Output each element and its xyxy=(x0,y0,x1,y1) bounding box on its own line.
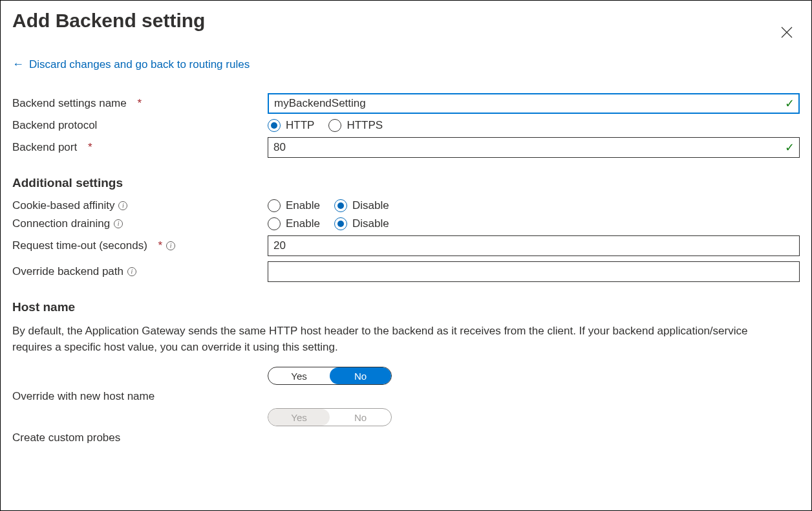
override-backend-path-label: Override backend path i xyxy=(12,265,268,278)
override-backend-path-input[interactable] xyxy=(268,261,800,282)
page-title: Add Backend setting xyxy=(12,10,205,32)
protocol-https-label: HTTPS xyxy=(347,119,383,132)
backend-protocol-label: Backend protocol xyxy=(12,119,268,132)
backend-name-label: Backend settings name * xyxy=(12,97,268,110)
create-custom-probes-label: Create custom probes xyxy=(12,431,268,444)
cookie-enable-label: Enable xyxy=(286,199,320,212)
check-icon: ✓ xyxy=(785,96,795,111)
hostname-override-yes[interactable]: Yes xyxy=(268,367,330,384)
close-button[interactable] xyxy=(774,19,800,45)
request-timeout-label: Request time-out (seconds) * i xyxy=(12,239,268,252)
override-new-host-no: No xyxy=(330,409,391,426)
info-icon[interactable]: i xyxy=(114,219,123,228)
protocol-http-label: HTTP xyxy=(286,119,314,132)
additional-settings-heading: Additional settings xyxy=(12,176,800,190)
override-new-host-toggle: Yes No xyxy=(268,408,392,426)
cookie-enable-radio[interactable]: Enable xyxy=(268,199,320,212)
info-icon[interactable]: i xyxy=(166,241,175,250)
draining-enable-label: Enable xyxy=(286,217,320,230)
check-icon: ✓ xyxy=(785,140,795,155)
hostname-override-toggle[interactable]: Yes No xyxy=(268,367,392,385)
connection-draining-label: Connection draining i xyxy=(12,217,268,230)
close-icon xyxy=(781,27,793,38)
draining-disable-radio[interactable]: Disable xyxy=(334,217,389,230)
protocol-https-radio[interactable]: HTTPS xyxy=(328,119,383,132)
backend-port-label: Backend port * xyxy=(12,141,268,154)
host-name-heading: Host name xyxy=(12,300,800,314)
hostname-override-no[interactable]: No xyxy=(330,367,391,384)
arrow-left-icon: ← xyxy=(12,58,24,71)
protocol-http-radio[interactable]: HTTP xyxy=(268,119,314,132)
draining-enable-radio[interactable]: Enable xyxy=(268,217,320,230)
backend-port-input[interactable] xyxy=(268,137,800,158)
backend-name-input[interactable] xyxy=(268,93,800,114)
back-link-text: Discard changes and go back to routing r… xyxy=(29,58,250,71)
info-icon[interactable]: i xyxy=(127,267,136,276)
info-icon[interactable]: i xyxy=(118,201,127,210)
override-new-host-yes: Yes xyxy=(268,409,330,426)
cookie-disable-label: Disable xyxy=(352,199,389,212)
override-new-host-label: Override with new host name xyxy=(12,390,268,403)
request-timeout-input[interactable] xyxy=(268,235,800,256)
host-name-description: By default, the Application Gateway send… xyxy=(12,323,775,355)
discard-back-link[interactable]: ← Discard changes and go back to routing… xyxy=(12,58,800,71)
draining-disable-label: Disable xyxy=(352,217,389,230)
cookie-affinity-label: Cookie-based affinity i xyxy=(12,199,268,212)
cookie-disable-radio[interactable]: Disable xyxy=(334,199,389,212)
